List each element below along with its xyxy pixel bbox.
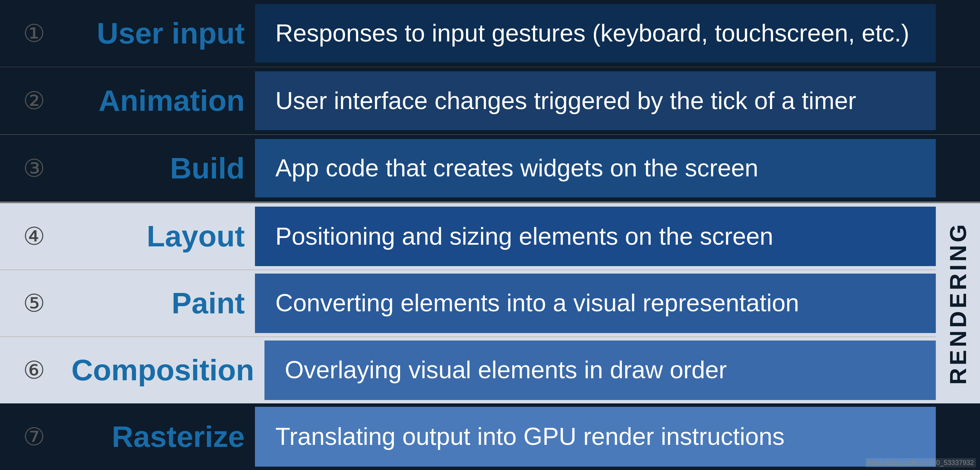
label-build: Build xyxy=(68,135,255,202)
number-5: ⑤ xyxy=(0,270,68,337)
desc-animation: User interface changes triggered by the … xyxy=(255,71,936,130)
number-2: ② xyxy=(0,67,68,134)
label-user-input: User input xyxy=(68,0,255,67)
main-container: ① User input Responses to input gestures… xyxy=(0,0,980,470)
row-rasterize: ⑦ Rasterize Translating output into GPU … xyxy=(0,403,980,470)
spacer-1 xyxy=(936,0,980,67)
desc-user-input: Responses to input gestures (keyboard, t… xyxy=(255,4,936,62)
row-animation: ② Animation User interface changes trigg… xyxy=(0,67,980,135)
desc-layout: Positioning and sizing elements on the s… xyxy=(255,206,936,266)
number-6: ⑥ xyxy=(0,337,68,403)
number-3: ③ xyxy=(0,135,68,202)
rendering-rows: ④ Layout Positioning and sizing elements… xyxy=(0,203,936,403)
label-paint: Paint xyxy=(68,270,255,337)
desc-rasterize: Translating output into GPU render instr… xyxy=(255,407,936,467)
row-paint: ⑤ Paint Converting elements into a visua… xyxy=(0,270,936,337)
desc-build: App code that creates widgets on the scr… xyxy=(255,139,936,197)
row-composition: ⑥ Composition Overlaying visual elements… xyxy=(0,337,936,403)
rendering-section: ④ Layout Positioning and sizing elements… xyxy=(0,203,980,403)
label-animation: Animation xyxy=(68,67,255,134)
watermark: https://blog.csdn.net/m0_53337932 xyxy=(866,458,976,467)
label-layout: Layout xyxy=(68,203,255,270)
spacer-2 xyxy=(936,67,980,134)
rendering-label: RENDERING xyxy=(945,222,971,385)
spacer-3 xyxy=(936,135,980,202)
row-user-input: ① User input Responses to input gestures… xyxy=(0,0,980,67)
desc-composition: Overlaying visual elements in draw order xyxy=(264,340,936,400)
label-composition: Composition xyxy=(68,337,264,403)
row-build: ③ Build App code that creates widgets on… xyxy=(0,135,980,203)
number-7: ⑦ xyxy=(0,403,68,470)
rendering-label-container: RENDERING xyxy=(936,203,980,403)
desc-paint: Converting elements into a visual repres… xyxy=(255,273,936,333)
row-layout: ④ Layout Positioning and sizing elements… xyxy=(0,203,936,270)
number-1: ① xyxy=(0,0,68,67)
number-4: ④ xyxy=(0,203,68,270)
label-rasterize: Rasterize xyxy=(68,403,255,470)
